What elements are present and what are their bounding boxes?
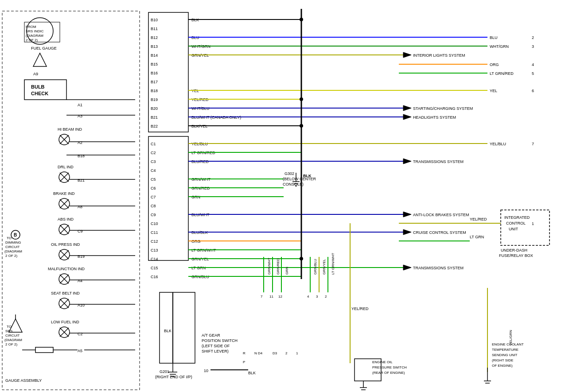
- svg-text:C8: C8: [151, 204, 156, 208]
- svg-text:TRANSMISSIONS SYSTEM: TRANSMISSIONS SYSTEM: [413, 266, 464, 270]
- wiring-diagram-svg: FUEL GAUGE FROM SRS INDIC (DIAGRAM 2 OF …: [0, 0, 569, 392]
- svg-text:2 OF 2): 2 OF 2): [26, 38, 38, 42]
- svg-text:1: 1: [532, 221, 534, 226]
- svg-text:A5: A5: [78, 349, 82, 353]
- svg-text:FUSE/RELAY BOX: FUSE/RELAY BOX: [499, 253, 533, 258]
- svg-text:A9: A9: [33, 72, 38, 76]
- svg-text:FROM: FROM: [26, 25, 36, 29]
- svg-text:G302: G302: [284, 171, 294, 176]
- svg-text:TEMPERATURE: TEMPERATURE: [492, 348, 518, 352]
- svg-text:C11: C11: [151, 230, 158, 235]
- svg-text:(DIAGRAM: (DIAGRAM: [4, 338, 22, 342]
- svg-text:DRL IND: DRL IND: [58, 165, 74, 169]
- svg-text:LT GRN/RED: LT GRN/RED: [490, 71, 514, 76]
- svg-point-285: [300, 257, 303, 260]
- svg-text:A1: A1: [78, 103, 82, 107]
- svg-text:C9: C9: [151, 213, 156, 217]
- svg-text:CRUISE CONTROL SYSTEM: CRUISE CONTROL SYSTEM: [413, 230, 466, 235]
- svg-text:B15: B15: [151, 62, 158, 66]
- svg-text:(DIAGRAM: (DIAGRAM: [4, 249, 22, 253]
- svg-text:POSITION SWITCH: POSITION SWITCH: [202, 338, 238, 343]
- svg-text:ABS IND: ABS IND: [58, 217, 74, 221]
- svg-point-282: [300, 97, 303, 101]
- svg-text:UNDER-DASH: UNDER-DASH: [501, 248, 527, 252]
- svg-text:10: 10: [204, 369, 208, 373]
- svg-text:CONTROL: CONTROL: [506, 221, 526, 225]
- svg-text:SENDING UNIT: SENDING UNIT: [492, 353, 517, 357]
- svg-text:C6: C6: [151, 186, 156, 190]
- svg-text:STARTING/CHARGING SYSTEM: STARTING/CHARGING SYSTEM: [413, 106, 473, 111]
- svg-text:B10: B10: [151, 18, 158, 22]
- svg-text:BLU: BLU: [490, 35, 498, 40]
- svg-text:B: B: [14, 233, 17, 237]
- svg-text:DIMMING: DIMMING: [5, 241, 21, 245]
- svg-text:5: 5: [532, 71, 534, 76]
- svg-text:C14: C14: [151, 257, 158, 261]
- svg-text:B11: B11: [151, 27, 158, 31]
- svg-text:B12: B12: [151, 35, 158, 40]
- svg-text:SEAT BELT IND: SEAT BELT IND: [51, 291, 80, 295]
- svg-text:7: 7: [532, 142, 534, 146]
- svg-text:ORG: ORG: [490, 62, 499, 67]
- svg-text:7: 7: [261, 295, 263, 299]
- svg-text:CIRCUIT: CIRCUIT: [5, 245, 20, 249]
- svg-text:YEL/BLU: YEL/BLU: [490, 142, 506, 146]
- svg-text:TO: TO: [7, 325, 12, 329]
- svg-text:(BELOW CENTER: (BELOW CENTER: [283, 177, 316, 181]
- svg-text:2: 2: [532, 35, 534, 40]
- svg-text:A8: A8: [78, 205, 82, 209]
- svg-text:CONSOLE): CONSOLE): [283, 182, 304, 186]
- svg-text:1: 1: [296, 351, 298, 355]
- svg-text:BLK: BLK: [248, 371, 256, 375]
- svg-text:B18: B18: [78, 154, 85, 158]
- svg-text:(REAR OF ENGINE): (REAR OF ENGINE): [372, 371, 405, 375]
- svg-text:C4: C4: [151, 168, 156, 173]
- svg-point-284: [300, 18, 303, 21]
- svg-text:B16: B16: [151, 71, 158, 75]
- svg-text:C15: C15: [151, 266, 158, 270]
- svg-text:2: 2: [285, 351, 288, 355]
- svg-text:B14: B14: [151, 53, 158, 58]
- svg-text:A2: A2: [78, 140, 82, 145]
- svg-text:GRN: GRN: [285, 267, 289, 275]
- svg-text:A3: A3: [78, 114, 82, 118]
- svg-text:BRAKE IND: BRAKE IND: [53, 191, 75, 196]
- svg-text:SHIFT LEVER): SHIFT LEVER): [202, 349, 229, 353]
- svg-text:C2: C2: [151, 151, 156, 155]
- svg-text:B22: B22: [151, 124, 158, 128]
- svg-text:FUEL GAUGE: FUEL GAUGE: [31, 46, 57, 50]
- svg-text:YEL: YEL: [490, 89, 497, 93]
- svg-text:OF ENGINE): OF ENGINE): [492, 364, 513, 368]
- svg-text:BULB: BULB: [31, 84, 45, 89]
- svg-text:3: 3: [532, 44, 534, 49]
- svg-text:GRN/BLU: GRN/BLU: [313, 259, 317, 275]
- svg-point-283: [300, 124, 303, 128]
- svg-text:LOW FUEL IND: LOW FUEL IND: [51, 320, 79, 324]
- svg-text:BLK: BLK: [164, 329, 171, 333]
- svg-text:INTEGRATED: INTEGRATED: [504, 215, 530, 220]
- svg-text:C7: C7: [151, 195, 156, 199]
- svg-text:HEADLIGHTS SYSTEM: HEADLIGHTS SYSTEM: [413, 115, 456, 120]
- svg-text:TRANSMISSIONS SYSTEM: TRANSMISSIONS SYSTEM: [413, 159, 464, 164]
- svg-text:N  D4: N D4: [254, 351, 263, 355]
- svg-text:B17: B17: [151, 80, 158, 84]
- svg-text:C5: C5: [151, 177, 156, 182]
- svg-text:A/T GEAR: A/T GEAR: [202, 333, 220, 338]
- svg-text:MALFUNCTION IND: MALFUNCTION IND: [48, 267, 85, 271]
- svg-text:(DIAGRAM: (DIAGRAM: [26, 34, 43, 38]
- svg-text:ANTI-LOCK BRAKES SYSTEM: ANTI-LOCK BRAKES SYSTEM: [413, 213, 469, 217]
- svg-text:4: 4: [307, 295, 309, 299]
- svg-text:11: 11: [269, 295, 273, 299]
- svg-text:(LEFT SIDE OF: (LEFT SIDE OF: [202, 344, 230, 348]
- svg-text:YEL/RED: YEL/RED: [470, 217, 487, 221]
- svg-text:B21: B21: [78, 178, 85, 182]
- svg-text:B13: B13: [151, 44, 158, 49]
- svg-text:SRS: SRS: [5, 329, 12, 333]
- svg-text:GRN/WHT: GRN/WHT: [267, 258, 271, 275]
- svg-text:12: 12: [278, 295, 282, 299]
- svg-text:WHT/GRN: WHT/GRN: [490, 44, 509, 49]
- svg-text:2 OF 2): 2 OF 2): [5, 254, 17, 258]
- svg-text:2 OF 2): 2 OF 2): [5, 342, 17, 346]
- diagram-container: 1997 Honda Accord SE-Fig. 36: Instrument…: [0, 0, 569, 392]
- svg-text:C9: C9: [78, 229, 83, 233]
